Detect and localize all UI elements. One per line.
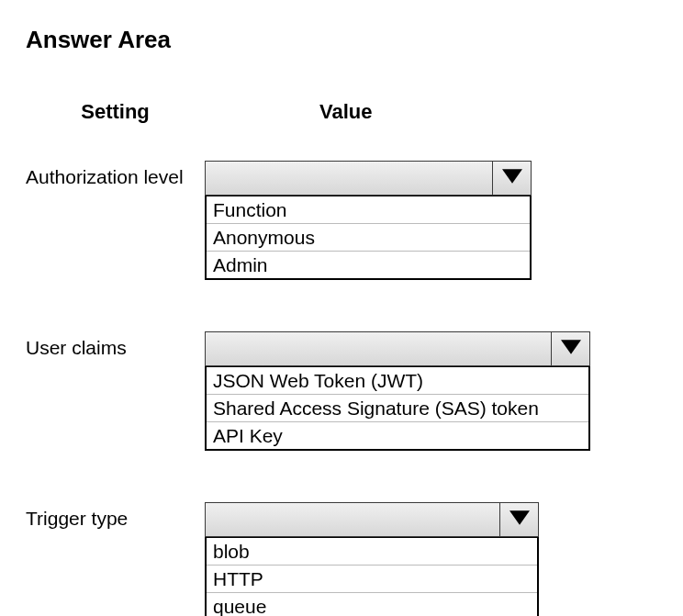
chevron-down-icon [509, 510, 530, 529]
dropdown-selected-area[interactable] [206, 332, 551, 365]
label-trigger-type: Trigger type [26, 502, 205, 616]
dropdown-trigger-type[interactable] [205, 502, 539, 537]
option-blob[interactable]: blob [207, 538, 537, 566]
options-trigger-type: blob HTTP queue timer [205, 537, 539, 616]
option-http[interactable]: HTTP [207, 566, 537, 593]
option-admin[interactable]: Admin [207, 252, 530, 278]
dropdown-user-claims[interactable] [205, 331, 590, 366]
options-user-claims: JSON Web Token (JWT) Shared Access Signa… [205, 366, 590, 451]
field-user-claims: User claims JSON Web Token (JWT) Shared … [26, 331, 657, 451]
label-authorization-level: Authorization level [26, 161, 205, 280]
svg-marker-2 [509, 510, 530, 524]
option-anonymous[interactable]: Anonymous [207, 224, 530, 252]
option-sas-token[interactable]: Shared Access Signature (SAS) token [207, 395, 588, 422]
dropdown-arrow-button[interactable] [551, 332, 589, 365]
field-trigger-type: Trigger type blob HTTP queue timer [26, 502, 657, 616]
chevron-down-icon [502, 169, 522, 187]
dropdown-authorization-level[interactable] [205, 161, 532, 196]
option-queue[interactable]: queue [207, 593, 537, 616]
option-api-key[interactable]: API Key [207, 422, 588, 449]
chevron-down-icon [561, 340, 581, 358]
header-setting: Setting [26, 100, 205, 124]
dropdown-selected-area[interactable] [206, 503, 499, 536]
option-jwt[interactable]: JSON Web Token (JWT) [207, 367, 588, 395]
dropdown-arrow-button[interactable] [499, 503, 538, 536]
svg-marker-1 [561, 340, 581, 353]
option-function[interactable]: Function [207, 196, 530, 224]
page-title: Answer Area [26, 26, 657, 54]
options-authorization-level: Function Anonymous Admin [205, 196, 532, 280]
label-user-claims: User claims [26, 331, 205, 451]
dropdown-arrow-button[interactable] [492, 162, 531, 195]
header-value: Value [205, 100, 372, 124]
dropdown-selected-area[interactable] [206, 162, 492, 195]
svg-marker-0 [502, 169, 522, 183]
field-authorization-level: Authorization level Function Anonymous A… [26, 161, 657, 280]
column-headers: Setting Value [26, 100, 657, 124]
